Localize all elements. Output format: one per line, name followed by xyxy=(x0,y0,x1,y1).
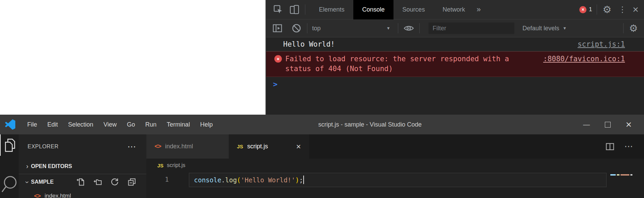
close-button[interactable]: × xyxy=(618,115,639,134)
chevron-down-icon: ▼ xyxy=(563,26,567,31)
devtools-tabbar: Elements Console Sources Network » × 1 ⚙… xyxy=(266,0,644,19)
console-prompt[interactable]: > xyxy=(266,77,644,91)
menu-selection[interactable]: Selection xyxy=(63,115,98,134)
tab-label: index.html xyxy=(165,143,193,150)
menu-file[interactable]: File xyxy=(22,115,42,134)
devtools-tabbar-right: × 1 ⚙ ⋮ × xyxy=(579,4,644,15)
console-error-source-link[interactable]: :8080/favicon.ico:1 xyxy=(543,54,625,64)
console-filter-input[interactable] xyxy=(429,22,514,34)
search-activity-icon[interactable] xyxy=(0,174,19,198)
menu-go[interactable]: Go xyxy=(122,115,140,134)
devtools-menu-icon[interactable]: ⋮ xyxy=(618,5,626,14)
vscode-window: File Edit Selection View Go Run Terminal… xyxy=(0,115,644,198)
context-selector[interactable]: top ▼ xyxy=(312,25,393,32)
screenshot-root: Elements Console Sources Network » × 1 ⚙… xyxy=(0,0,644,198)
console-error-row[interactable]: × Failed to load resource: the server re… xyxy=(266,51,644,77)
folder-section-sample[interactable]: › SAMPLE xyxy=(19,174,146,190)
sidebar-header: EXPLORER ⋯ xyxy=(19,134,146,159)
sidebar-title: EXPLORER xyxy=(28,144,59,150)
split-editor-icon[interactable] xyxy=(605,142,615,151)
console-sidebar-icon[interactable] xyxy=(272,22,283,34)
explorer-sidebar: EXPLORER ⋯ › OPEN EDITORS › SAMPLE xyxy=(19,134,146,198)
minimap-mark xyxy=(621,174,629,176)
maximize-icon xyxy=(605,122,611,128)
explorer-actions xyxy=(76,178,146,186)
file-item-label: index.html xyxy=(45,193,71,198)
console-log-text: Hello World! xyxy=(283,40,335,48)
minimap-mark xyxy=(630,174,632,176)
divider xyxy=(307,23,307,33)
code-line-tokens[interactable]: console.log('Hello World!'); xyxy=(194,176,304,184)
minimap[interactable] xyxy=(610,174,632,176)
editor-group: <> index.html JS script.js × xyxy=(146,134,644,198)
window-controls: — × xyxy=(576,115,644,134)
vscode-logo-icon xyxy=(5,119,15,130)
menu-help[interactable]: Help xyxy=(195,115,218,134)
tab-script-js[interactable]: JS script.js × xyxy=(229,134,309,159)
devtools-settings-icon[interactable]: ⚙ xyxy=(602,5,611,15)
code-token: console xyxy=(194,176,221,184)
new-folder-icon[interactable] xyxy=(93,178,102,186)
line-number: 1 xyxy=(146,176,169,183)
console-log-source-link[interactable]: script.js:1 xyxy=(578,40,625,48)
breadcrumb[interactable]: JS script.js xyxy=(146,159,644,172)
js-file-icon: JS xyxy=(157,163,163,168)
console-toolbar: top ▼ Default levels ▼ xyxy=(266,19,644,37)
menu-edit[interactable]: Edit xyxy=(42,115,63,134)
code-token: ( xyxy=(237,176,241,184)
open-editors-section[interactable]: › OPEN EDITORS xyxy=(19,159,146,174)
console-settings-icon[interactable]: ⚙ xyxy=(629,23,638,33)
menu-terminal[interactable]: Terminal xyxy=(162,115,195,134)
divider xyxy=(597,4,597,15)
menu-run[interactable]: Run xyxy=(140,115,162,134)
menu-view[interactable]: View xyxy=(98,115,122,134)
collapse-all-icon[interactable] xyxy=(127,178,136,186)
window-title: script.js - sample - Visual Studio Code xyxy=(318,115,422,134)
devtools-tab-elements[interactable]: Elements xyxy=(310,0,353,19)
log-levels-dropdown[interactable]: Default levels ▼ xyxy=(522,25,567,32)
maximize-button[interactable] xyxy=(597,115,618,134)
console-log-row[interactable]: Hello World! script.js:1 xyxy=(266,37,644,51)
chevron-right-icon: › xyxy=(23,162,31,170)
tab-close-icon[interactable]: × xyxy=(296,143,301,151)
activity-bar xyxy=(0,134,19,198)
devtools-close-icon[interactable]: × xyxy=(632,4,639,15)
file-item-index-html[interactable]: <> index.html xyxy=(19,190,146,198)
error-icon: × xyxy=(579,6,586,13)
error-icon: × xyxy=(274,55,282,63)
browser-page[interactable] xyxy=(0,0,265,115)
open-editors-label: OPEN EDITORS xyxy=(31,163,72,169)
minimap-mark xyxy=(617,174,619,176)
error-count: 1 xyxy=(589,6,592,13)
devtools-panel: Elements Console Sources Network » × 1 ⚙… xyxy=(265,0,644,115)
devtools-tab-network[interactable]: Network xyxy=(434,0,474,19)
more-tabs-icon[interactable]: » xyxy=(477,5,481,14)
refresh-icon[interactable] xyxy=(110,178,119,186)
chevron-down-icon: ▼ xyxy=(386,26,390,31)
live-expression-eye-icon[interactable] xyxy=(403,22,415,34)
divider xyxy=(623,23,624,33)
js-file-icon: JS xyxy=(237,144,243,149)
code-area[interactable]: 1 console.log('Hello World!'); xyxy=(146,172,644,198)
minimize-button[interactable]: — xyxy=(576,115,597,134)
clear-console-icon[interactable] xyxy=(291,22,302,34)
tab-label: script.js xyxy=(247,143,268,150)
breadcrumb-filename: script.js xyxy=(167,162,185,168)
tab-index-html[interactable]: <> index.html xyxy=(146,134,229,159)
code-token: 'Hello World!' xyxy=(241,176,295,184)
error-count-badge[interactable]: × 1 xyxy=(579,6,592,13)
explorer-activity-icon[interactable] xyxy=(0,134,19,156)
device-toolbar-icon[interactable] xyxy=(289,4,300,15)
html-file-icon: <> xyxy=(34,193,41,198)
console-error-text: Failed to load resource: the server resp… xyxy=(285,54,524,74)
devtools-tab-console[interactable]: Console xyxy=(353,0,393,19)
editor-more-icon[interactable]: ⋯ xyxy=(624,141,633,152)
devtools-tab-sources[interactable]: Sources xyxy=(393,0,434,19)
new-file-icon[interactable] xyxy=(76,178,85,186)
console-messages: Hello World! script.js:1 × Failed to loa… xyxy=(266,37,644,91)
inspect-element-icon[interactable] xyxy=(272,4,284,15)
editor-actions: ⋯ xyxy=(605,134,644,159)
browser-window: Elements Console Sources Network » × 1 ⚙… xyxy=(0,0,644,115)
divider xyxy=(398,23,398,33)
chevron-down-icon: › xyxy=(23,178,31,186)
